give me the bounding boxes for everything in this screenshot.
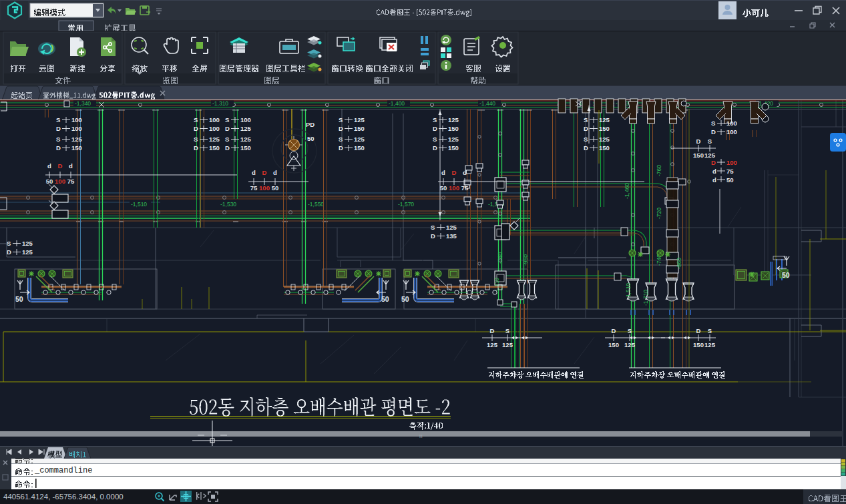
svg-text:PD: PD [306, 121, 314, 128]
svg-text:D: D [711, 159, 716, 166]
svg-text:125: 125 [448, 136, 459, 143]
svg-text:d: d [47, 162, 51, 170]
svg-text:150: 150 [599, 125, 610, 132]
svg-text:D: D [711, 128, 716, 136]
svg-text:100: 100 [449, 184, 459, 192]
svg-text:50: 50 [307, 135, 314, 142]
svg-text:S: S [584, 116, 588, 123]
svg-text:150: 150 [354, 125, 365, 132]
svg-text:-1,400: -1,400 [389, 100, 405, 107]
svg-text:125: 125 [448, 116, 459, 123]
svg-text:D: D [490, 327, 495, 334]
svg-text:50: 50 [726, 176, 734, 184]
svg-text:100: 100 [726, 119, 737, 127]
svg-text:50: 50 [46, 178, 53, 185]
svg-text:S: S [339, 116, 343, 123]
svg-text:-1,530: -1,530 [220, 201, 236, 208]
svg-text:-1,440: -1,440 [479, 100, 495, 107]
svg-text:S: S [711, 119, 715, 127]
svg-text:125: 125 [502, 341, 513, 348]
svg-text:440561.4124, -65756.3404, 0.00: 440561.4124, -65756.3404, 0.0000 [3, 493, 124, 501]
svg-text:100: 100 [209, 125, 220, 132]
svg-text:-740: -740 [497, 252, 503, 264]
svg-text:d: d [273, 169, 277, 176]
svg-text:S: S [584, 136, 588, 143]
svg-text:D: D [612, 327, 616, 334]
svg-text:125: 125 [209, 136, 220, 143]
svg-text:D: D [433, 144, 437, 152]
svg-text:100: 100 [259, 184, 270, 192]
svg-text:150: 150 [693, 152, 704, 159]
svg-text:S: S [225, 116, 229, 123]
svg-text:S: S [433, 136, 437, 143]
svg-text:D: D [56, 144, 61, 152]
svg-text:75: 75 [461, 184, 469, 192]
svg-text:100: 100 [726, 159, 737, 166]
svg-text:150: 150 [209, 144, 220, 152]
svg-text:150: 150 [354, 144, 365, 152]
svg-text:-1,570: -1,570 [398, 201, 414, 208]
svg-text:100: 100 [71, 125, 82, 132]
svg-text:-760: -760 [656, 165, 662, 176]
svg-text:-1,510: -1,510 [625, 283, 632, 299]
svg-text:100: 100 [209, 116, 220, 123]
svg-text:-960: -960 [522, 254, 529, 266]
svg-text:100: 100 [55, 178, 65, 185]
svg-text:S: S [56, 136, 60, 143]
svg-text:d: d [69, 162, 73, 170]
svg-text:S: S [628, 327, 632, 334]
svg-text:d: d [463, 169, 467, 176]
svg-text:75: 75 [726, 168, 734, 175]
svg-text:50: 50 [401, 295, 409, 303]
svg-text:S: S [708, 327, 712, 334]
svg-text:D: D [339, 144, 343, 152]
svg-text:D: D [431, 232, 435, 240]
svg-text:-960: -960 [676, 258, 682, 269]
svg-text:D: D [339, 125, 343, 132]
svg-text:125: 125 [71, 136, 83, 143]
svg-text:150: 150 [448, 144, 459, 152]
svg-text:S: S [7, 240, 11, 247]
svg-text:50: 50 [381, 295, 389, 303]
svg-text:125: 125 [704, 152, 716, 159]
svg-text:D: D [194, 144, 198, 152]
svg-text:d: d [441, 169, 445, 176]
svg-text:150: 150 [71, 144, 82, 152]
svg-text:D: D [225, 144, 230, 152]
svg-text:-1,510: -1,510 [131, 201, 147, 208]
svg-text:D: D [194, 125, 198, 132]
svg-text:125: 125 [704, 341, 716, 348]
svg-text:D: D [584, 125, 588, 132]
svg-text:100: 100 [726, 128, 737, 136]
svg-text:135: 135 [446, 232, 457, 240]
svg-text:125: 125 [22, 248, 33, 256]
svg-text:125: 125 [240, 125, 252, 132]
svg-text:D: D [696, 327, 701, 334]
svg-text:D: D [696, 138, 701, 145]
svg-text:S: S [708, 138, 712, 145]
svg-text:-1,550: -1,550 [308, 201, 324, 208]
svg-text:-720: -720 [656, 208, 662, 219]
svg-text:50: 50 [15, 295, 23, 303]
svg-text:S: S [194, 116, 198, 123]
svg-text:S: S [225, 136, 229, 143]
svg-text:150: 150 [693, 341, 704, 348]
svg-text:-1,340: -1,340 [75, 100, 91, 107]
svg-text:d: d [712, 176, 716, 184]
svg-text:150: 150 [599, 144, 610, 152]
svg-text:S: S [431, 224, 435, 231]
svg-text:125: 125 [22, 240, 33, 247]
svg-text:-1,310: -1,310 [212, 100, 228, 107]
svg-text:50: 50 [440, 184, 447, 192]
svg-text:-1,460: -1,460 [624, 183, 630, 199]
svg-text:150: 150 [448, 125, 459, 132]
svg-text:125: 125 [240, 136, 252, 143]
svg-text:100: 100 [71, 116, 82, 123]
svg-text:125: 125 [624, 341, 636, 348]
svg-text:75: 75 [67, 178, 75, 185]
svg-text:50: 50 [782, 271, 790, 279]
svg-text:125: 125 [487, 341, 498, 348]
svg-text:|||: ||| [419, 434, 423, 438]
svg-text:d: d [252, 169, 256, 176]
svg-text:150: 150 [608, 341, 619, 348]
